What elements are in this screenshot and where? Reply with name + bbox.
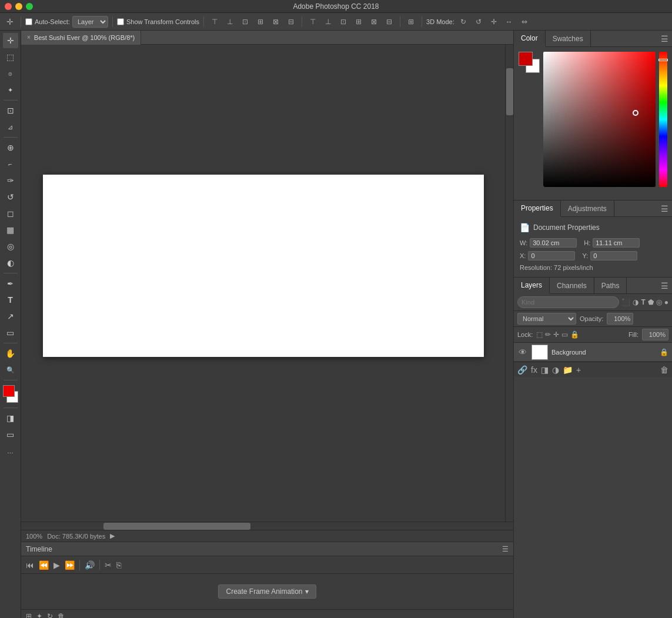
align-bottom-icon[interactable]: ⊡ bbox=[239, 15, 252, 28]
layer-visibility-icon[interactable]: 👁 bbox=[517, 348, 528, 357]
tl-footer-icon2[interactable]: ✦ bbox=[36, 612, 42, 619]
vertical-scrollbar[interactable] bbox=[505, 45, 513, 522]
blend-mode-select[interactable]: Normal Dissolve Multiply Screen bbox=[517, 313, 576, 325]
align-top-icon[interactable]: ⊤ bbox=[208, 15, 221, 28]
lock-all-icon[interactable]: 🔒 bbox=[570, 330, 579, 339]
eraser-tool-button[interactable]: ◻ bbox=[3, 206, 18, 221]
fg-color-mini[interactable] bbox=[519, 52, 533, 66]
tl-footer-icon4[interactable]: 🗑 bbox=[58, 612, 65, 619]
info-arrow[interactable]: ▶ bbox=[110, 532, 115, 540]
kind-search-input[interactable] bbox=[517, 296, 619, 308]
create-frame-animation-button[interactable]: Create Frame Animation ▾ bbox=[218, 584, 316, 599]
distribute-bottom-icon[interactable]: ⊡ bbox=[337, 15, 350, 28]
tab-swatches[interactable]: Swatches bbox=[546, 31, 591, 47]
canvas-area[interactable] bbox=[21, 45, 505, 522]
gradient-tool-button[interactable]: ▦ bbox=[3, 222, 18, 238]
distribute-right-icon[interactable]: ⊟ bbox=[383, 15, 396, 28]
autoselect-checkbox[interactable] bbox=[25, 18, 32, 25]
path-select-tool-button[interactable]: ↗ bbox=[3, 309, 18, 324]
add-group-icon[interactable]: 📁 bbox=[563, 365, 573, 375]
maximize-button[interactable] bbox=[26, 3, 33, 10]
tl-audio-button[interactable]: 🔊 bbox=[85, 560, 95, 570]
vscroll-thumb[interactable] bbox=[506, 68, 513, 115]
width-input[interactable] bbox=[530, 238, 577, 248]
link-layers-icon[interactable]: 🔗 bbox=[517, 365, 527, 375]
layers-panel-menu-icon[interactable]: ☰ bbox=[661, 281, 668, 290]
lock-image-icon[interactable]: ✏ bbox=[545, 330, 551, 339]
close-button[interactable] bbox=[5, 3, 12, 10]
foreground-color-swatch[interactable] bbox=[3, 385, 15, 397]
tl-duplicate-button[interactable]: ⎘ bbox=[116, 560, 121, 570]
create-frame-dropdown-icon[interactable]: ▾ bbox=[305, 587, 309, 596]
distribute-vc-icon[interactable]: ⊥ bbox=[322, 15, 335, 28]
tab-channels[interactable]: Channels bbox=[550, 278, 594, 294]
tab-color[interactable]: Color bbox=[514, 31, 546, 47]
tab-paths[interactable]: Paths bbox=[594, 278, 627, 294]
shape-tool-button[interactable]: ▭ bbox=[3, 325, 18, 340]
horizontal-scrollbar[interactable] bbox=[21, 522, 513, 530]
pen-tool-button[interactable]: ✒ bbox=[3, 276, 18, 291]
layer-row[interactable]: 👁 Background 🔒 bbox=[514, 343, 672, 362]
3d-roll-icon[interactable]: ↺ bbox=[472, 15, 485, 28]
auto-align-icon[interactable]: ⊞ bbox=[404, 15, 417, 28]
3d-slide-icon[interactable]: ↔ bbox=[503, 15, 516, 28]
crop-tool-button[interactable]: ⊡ bbox=[3, 103, 18, 118]
distribute-left-icon[interactable]: ⊞ bbox=[352, 15, 365, 28]
dodge-tool-button[interactable]: ◐ bbox=[3, 255, 18, 270]
distribute-hc-icon[interactable]: ⊠ bbox=[367, 15, 380, 28]
fill-input[interactable] bbox=[642, 329, 668, 340]
eyedropper-tool-button[interactable]: ⊿ bbox=[3, 119, 18, 135]
hscroll-thumb[interactable] bbox=[103, 523, 250, 530]
tl-play-button[interactable]: ▶ bbox=[54, 560, 60, 570]
y-input[interactable] bbox=[590, 251, 637, 260]
align-vert-center-icon[interactable]: ⊥ bbox=[223, 15, 236, 28]
color-gradient[interactable] bbox=[543, 52, 656, 187]
tl-footer-icon1[interactable]: ⊞ bbox=[26, 612, 32, 619]
x-input[interactable] bbox=[528, 251, 575, 260]
tab-layers[interactable]: Layers bbox=[514, 278, 550, 294]
kind-adjust-icon[interactable]: ◑ bbox=[633, 298, 638, 306]
magic-wand-tool-button[interactable]: ✦ bbox=[3, 82, 18, 98]
delete-layer-icon[interactable]: 🗑 bbox=[660, 365, 668, 375]
window-controls[interactable] bbox=[5, 3, 33, 10]
3d-rotate-icon[interactable]: ↻ bbox=[457, 15, 470, 28]
3d-scale-icon[interactable]: ⇔ bbox=[518, 15, 531, 28]
text-tool-button[interactable]: T bbox=[3, 292, 18, 308]
tab-adjustments[interactable]: Adjustments bbox=[561, 201, 614, 217]
hue-slider[interactable] bbox=[659, 52, 667, 187]
timeline-menu-icon[interactable]: ☰ bbox=[502, 545, 509, 553]
kind-pixel-icon[interactable]: ⬛ bbox=[621, 298, 630, 306]
tl-cut-button[interactable]: ✂ bbox=[105, 560, 112, 570]
tab-properties[interactable]: Properties bbox=[514, 201, 561, 217]
history-brush-tool-button[interactable]: ↺ bbox=[3, 189, 18, 205]
document-canvas[interactable] bbox=[43, 175, 484, 357]
hand-tool-button[interactable]: ✋ bbox=[3, 346, 18, 361]
healing-tool-button[interactable]: ⊕ bbox=[3, 140, 18, 155]
move-tool-icon[interactable]: ✛ bbox=[4, 15, 16, 28]
screen-mode-button[interactable]: ▭ bbox=[3, 427, 18, 442]
height-input[interactable] bbox=[593, 238, 640, 248]
3d-pan-icon[interactable]: ✛ bbox=[487, 15, 500, 28]
add-layer-icon[interactable]: + bbox=[576, 365, 581, 375]
quick-mask-button[interactable]: ◨ bbox=[3, 410, 18, 426]
distribute-top-icon[interactable]: ⊤ bbox=[306, 15, 319, 28]
lock-transparent-icon[interactable]: ⬚ bbox=[536, 330, 543, 339]
autoselect-select[interactable]: Layer Group bbox=[72, 16, 108, 28]
align-left-icon[interactable]: ⊞ bbox=[254, 15, 267, 28]
add-adjustment-icon[interactable]: ◑ bbox=[552, 365, 559, 375]
minimize-button[interactable] bbox=[15, 3, 22, 10]
document-tab[interactable]: × Best Sushi Ever @ 100% (RGB/8*) bbox=[21, 31, 141, 45]
add-style-icon[interactable]: fx bbox=[531, 365, 537, 375]
kind-smart-icon[interactable]: ◎ bbox=[656, 298, 662, 306]
zoom-tool-button[interactable]: 🔍 bbox=[3, 362, 18, 378]
kind-circle-icon[interactable]: ● bbox=[664, 298, 668, 306]
move-tool-button[interactable]: ✛ bbox=[3, 33, 18, 48]
tl-first-frame-button[interactable]: ⏮ bbox=[26, 560, 34, 570]
marquee-tool-button[interactable]: ⬚ bbox=[3, 49, 18, 65]
blur-tool-button[interactable]: ◎ bbox=[3, 239, 18, 254]
properties-panel-menu-icon[interactable]: ☰ bbox=[661, 204, 668, 213]
kind-shape-icon[interactable]: ⬟ bbox=[648, 298, 654, 306]
tl-prev-frame-button[interactable]: ⏪ bbox=[39, 560, 49, 570]
extras-button[interactable]: … bbox=[3, 443, 18, 459]
color-panel-menu-icon[interactable]: ☰ bbox=[661, 34, 668, 44]
